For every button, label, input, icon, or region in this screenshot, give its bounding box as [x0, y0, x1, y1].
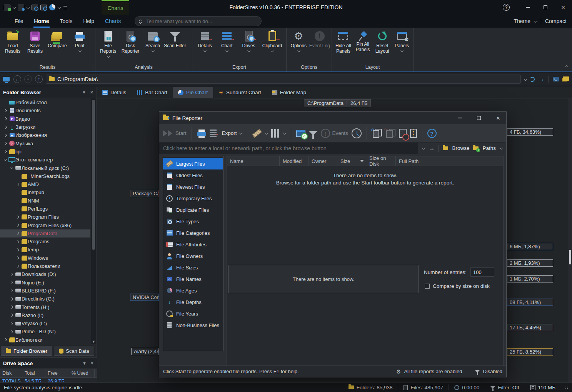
panel-close-icon[interactable]: ✕ [90, 361, 94, 366]
tab-bar-chart[interactable]: Bar Chart [132, 87, 173, 98]
tab-home[interactable]: Home [29, 15, 55, 28]
disk-reporter-button[interactable]: Disk Reporter [119, 28, 142, 63]
enabled-reports-icon[interactable] [296, 130, 305, 137]
panel-menu-icon[interactable]: ▼ [82, 90, 86, 95]
chevron-down-icon[interactable] [283, 132, 286, 135]
report-type-item[interactable]: Temporary Files [163, 193, 223, 204]
expander-icon[interactable] [2, 148, 8, 154]
column-full-path[interactable]: Full Path [396, 156, 503, 166]
tab-tools[interactable]: Tools [54, 15, 78, 28]
tree-item[interactable]: ProgramData [0, 229, 90, 238]
hide-all-panels-button[interactable]: Hide All Panels [334, 28, 353, 63]
report-type-item[interactable]: File Owners [163, 250, 223, 262]
dialog-close-button[interactable]: × [490, 112, 506, 124]
expander-icon[interactable] [2, 157, 8, 163]
console-icon[interactable]: >_ [553, 77, 559, 81]
filter-icon[interactable] [309, 131, 317, 135]
chevron-down-icon[interactable] [27, 6, 29, 9]
dialog-maximize-button[interactable] [471, 112, 487, 124]
chevron-down-icon[interactable] [500, 147, 502, 149]
dialog-minimize-button[interactable] [452, 112, 468, 124]
report-path-input[interactable] [159, 143, 418, 154]
report-icon[interactable] [4, 5, 10, 10]
expander-icon[interactable] [15, 247, 21, 253]
export-clipboard-button[interactable]: →Clipboard [260, 28, 285, 63]
report-type-item[interactable]: Largest Files [163, 158, 223, 169]
expander-icon[interactable] [15, 181, 21, 188]
print-button[interactable]: Print [68, 28, 91, 63]
tell-me-search[interactable] [135, 16, 262, 26]
tree-item[interactable]: Programs [0, 238, 90, 246]
report-type-item[interactable]: File Types [163, 216, 223, 227]
contextual-tab-charts[interactable]: Charts [102, 0, 129, 15]
report-type-item[interactable]: File Categories [163, 227, 223, 239]
refresh-icon[interactable] [530, 77, 535, 82]
tab-details[interactable]: Details [97, 87, 132, 98]
print-icon[interactable] [197, 132, 206, 136]
tree-item[interactable]: lipi [0, 148, 90, 156]
file-reports-button[interactable]: File Reports [97, 28, 119, 63]
expander-icon[interactable] [2, 140, 8, 146]
chevron-down-icon[interactable] [534, 20, 537, 23]
path-input[interactable]: C:\ProgramData\ [46, 75, 521, 84]
search-button[interactable]: Search [142, 28, 164, 63]
report-type-item[interactable]: File Years [163, 308, 223, 319]
tree-item[interactable]: Windows [0, 254, 90, 262]
expander-icon[interactable] [2, 337, 8, 343]
revert-pages-icon[interactable]: ↷ [385, 129, 395, 138]
expander-icon[interactable] [2, 108, 8, 114]
expander-icon[interactable] [8, 287, 15, 294]
column-used[interactable]: % Used [69, 369, 95, 377]
tree-item[interactable]: _MinerSearchLogs [0, 172, 90, 180]
tree-item[interactable]: NNM [0, 197, 90, 205]
up-button[interactable]: ↑ [35, 75, 43, 83]
tree-item[interactable]: Nujno (E:) [0, 279, 90, 287]
scan-filter-button[interactable]: Scan Filter [164, 28, 186, 63]
column-owner[interactable]: Owner [309, 156, 337, 166]
go-arrow-icon[interactable]: → [539, 76, 545, 83]
tree-item[interactable]: Prime - BD (N:) [0, 327, 90, 336]
tree-item[interactable]: PerfLogs [0, 205, 90, 213]
tree-item[interactable]: Razno (I:) [0, 311, 90, 319]
pie-label[interactable]: 6 МБ, 1,87%) [507, 243, 553, 250]
column-chart-icon[interactable] [271, 129, 280, 138]
pie-label[interactable]: 25 ГБ, 8,52%) [507, 348, 553, 355]
tab-folder-map[interactable]: Folder Map [267, 87, 312, 98]
compare-checkbox[interactable] [425, 284, 430, 289]
expander-icon[interactable] [8, 279, 15, 286]
export-drives-button[interactable]: →Drives [238, 28, 260, 63]
expander-icon[interactable] [15, 198, 21, 204]
tree-item[interactable]: Изображения [0, 131, 90, 139]
back-button[interactable]: ← [13, 75, 21, 83]
options-button[interactable]: ⚙Options [288, 28, 309, 63]
column-total[interactable]: Total [22, 369, 45, 377]
report-type-item[interactable]: Newest Files [163, 181, 223, 193]
expander-icon[interactable] [2, 116, 8, 122]
reset-layout-button[interactable]: Reset Layout [373, 28, 392, 63]
help-icon[interactable]: ? [427, 129, 437, 138]
tree-item[interactable]: Program Files (x86) [0, 221, 90, 229]
expander-icon[interactable] [2, 132, 8, 138]
document-search-icon[interactable] [40, 5, 47, 10]
folder-browser-tab[interactable]: Folder Browser [1, 346, 52, 356]
expander-icon[interactable] [15, 214, 21, 220]
chevron-down-icon[interactable] [265, 132, 268, 135]
tree-item[interactable]: Этот компьютер [0, 156, 90, 164]
tree-item[interactable]: BLUEBIRD (F:) [0, 287, 90, 295]
tree-item[interactable]: Локальный диск (C:) [0, 164, 90, 172]
tree-item[interactable]: temp [0, 246, 90, 254]
export-chart-button[interactable]: →Chart [216, 28, 238, 63]
pie-label[interactable]: Package Ca [130, 190, 159, 197]
chevron-down-icon[interactable] [422, 147, 425, 149]
expander-icon[interactable] [15, 263, 21, 269]
report-type-item[interactable]: Duplicate Files [163, 204, 223, 216]
tree-scrollbar[interactable]: ▼ [91, 98, 96, 344]
tree-item[interactable]: Vsyako (L:) [0, 319, 90, 327]
main-scrollbar[interactable] [568, 98, 572, 382]
pie-chart-icon[interactable] [49, 4, 55, 10]
tree-item[interactable]: Directlinks (G:) [0, 295, 90, 303]
expander-icon[interactable] [15, 230, 21, 236]
tab-pie-chart[interactable]: Pie Chart [173, 87, 213, 98]
tell-me-input[interactable] [145, 18, 257, 25]
report-type-item[interactable]: File Names [163, 273, 223, 285]
